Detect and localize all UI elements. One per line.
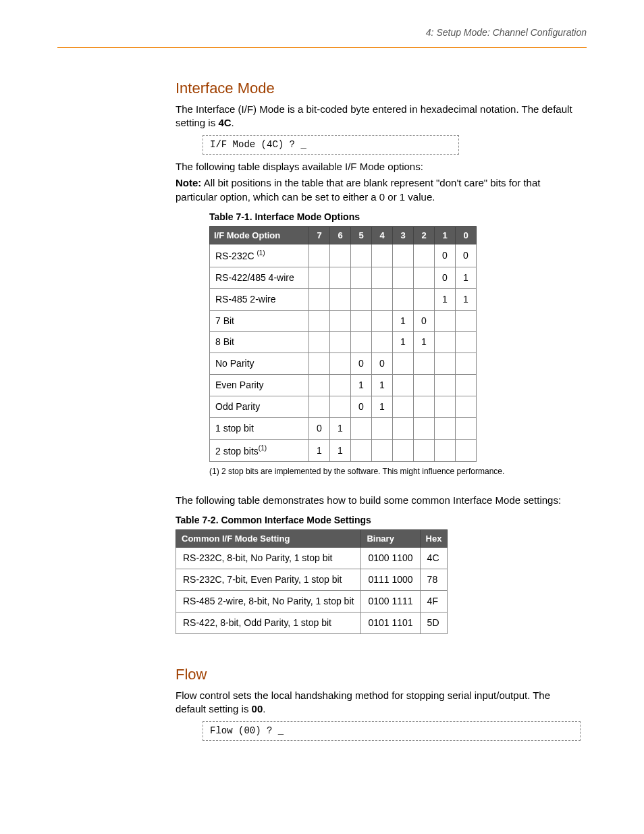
table-row: Odd Parity01 — [210, 396, 477, 418]
header-rule — [57, 47, 587, 48]
table2-header-row: Common I/F Mode Setting Binary Hex — [176, 529, 448, 548]
cell: 4C — [420, 548, 448, 569]
bit-cell — [456, 375, 477, 396]
page-header-right: 4: Setup Mode: Channel Configuration — [426, 27, 587, 38]
bit-cell — [351, 288, 372, 310]
table1-footnote: (1) 2 stop bits are implemented by the s… — [209, 466, 581, 477]
if-mode-table-intro: The following table displays available I… — [176, 160, 581, 174]
table-row: RS-232C (1)00 — [210, 244, 477, 267]
table1-h3: 5 — [351, 226, 372, 244]
table2-h0: Common I/F Mode Setting — [176, 529, 361, 548]
bit-cell: 0 — [351, 353, 372, 375]
bit-cell — [351, 418, 372, 440]
table1-h7: 1 — [435, 226, 456, 244]
bit-cell: 1 — [309, 439, 330, 462]
bit-cell — [393, 396, 414, 418]
bit-cell: 1 — [330, 439, 351, 462]
code-box-flow: Flow (00) ? _ — [203, 721, 581, 741]
table1-h0: I/F Mode Option — [210, 226, 309, 244]
bit-cell — [456, 310, 477, 332]
bit-cell — [309, 396, 330, 418]
bit-cell: 1 — [393, 310, 414, 332]
cell: 5D — [420, 613, 448, 634]
row-label: 1 stop bit — [210, 418, 309, 440]
bit-cell: 1 — [456, 288, 477, 310]
table1-header-row: I/F Mode Option 7 6 5 4 3 2 1 0 — [210, 226, 477, 244]
flow-default-value: 00 — [252, 703, 263, 714]
table2-h2: Hex — [420, 529, 448, 548]
bit-cell — [435, 396, 456, 418]
table1-h1: 7 — [309, 226, 330, 244]
cell: 0111 1000 — [361, 569, 420, 591]
bit-cell — [372, 288, 393, 310]
heading-flow: Flow — [176, 664, 581, 685]
bit-cell — [330, 375, 351, 396]
bit-cell — [330, 267, 351, 288]
cell: RS-485 2-wire, 8-bit, No Parity, 1 stop … — [176, 591, 361, 613]
table-row: RS-422/485 4-wire01 — [210, 267, 477, 288]
cell: RS-232C, 8-bit, No Parity, 1 stop bit — [176, 548, 361, 569]
if-mode-note: Note: All bit positions in the table tha… — [176, 176, 581, 204]
table1-h2: 6 — [330, 226, 351, 244]
common-settings-intro: The following table demonstrates how to … — [176, 494, 581, 507]
bit-cell — [393, 267, 414, 288]
cell: RS-232C, 7-bit, Even Parity, 1 stop bit — [176, 569, 361, 591]
bit-cell: 1 — [435, 288, 456, 310]
table-row: RS-232C, 7-bit, Even Parity, 1 stop bit0… — [176, 569, 448, 591]
table-row: Even Parity11 — [210, 375, 477, 396]
if-mode-options-table: I/F Mode Option 7 6 5 4 3 2 1 0 RS-232C … — [209, 226, 477, 463]
row-label: 8 Bit — [210, 332, 309, 353]
row-label: Odd Parity — [210, 396, 309, 418]
bit-cell: 1 — [372, 375, 393, 396]
table1-h5: 3 — [393, 226, 414, 244]
bit-cell — [435, 375, 456, 396]
bit-cell — [351, 332, 372, 353]
bit-cell — [309, 267, 330, 288]
table-row: No Parity00 — [210, 353, 477, 375]
bit-cell — [456, 418, 477, 440]
bit-cell — [372, 332, 393, 353]
bit-cell — [414, 396, 435, 418]
code-box-if-mode: I/F Mode (4C) ? _ — [203, 135, 459, 155]
table1-h8: 0 — [456, 226, 477, 244]
bit-cell — [414, 267, 435, 288]
cell: 0101 1101 — [361, 613, 420, 634]
interface-mode-intro: The Interface (I/F) Mode is a bit-coded … — [176, 103, 581, 130]
row-label: RS-232C (1) — [210, 244, 309, 267]
table1-h6: 2 — [414, 226, 435, 244]
bit-cell — [435, 310, 456, 332]
note-label: Note: — [176, 177, 201, 188]
table-row: 2 stop bits(1)11 — [210, 439, 477, 462]
bit-cell: 1 — [351, 375, 372, 396]
cell: RS-422, 8-bit, Odd Parity, 1 stop bit — [176, 613, 361, 634]
intro-default-value: 4C — [218, 117, 231, 128]
bit-cell — [435, 332, 456, 353]
row-label: RS-485 2-wire — [210, 288, 309, 310]
bit-cell — [330, 310, 351, 332]
bit-cell — [414, 353, 435, 375]
row-label: 2 stop bits(1) — [210, 439, 309, 462]
bit-cell: 0 — [414, 310, 435, 332]
row-label: No Parity — [210, 353, 309, 375]
table-row: 8 Bit11 — [210, 332, 477, 353]
row-label: Even Parity — [210, 375, 309, 396]
bit-cell — [393, 244, 414, 267]
bit-cell — [351, 267, 372, 288]
flow-text-b: . — [263, 703, 265, 714]
bit-cell — [309, 310, 330, 332]
bit-cell — [435, 418, 456, 440]
cell: 78 — [420, 569, 448, 591]
table-row: RS-485 2-wire11 — [210, 288, 477, 310]
bit-cell — [330, 332, 351, 353]
bit-cell — [435, 353, 456, 375]
bit-cell: 1 — [330, 418, 351, 440]
bit-cell — [372, 439, 393, 462]
bit-cell — [372, 267, 393, 288]
bit-cell — [456, 396, 477, 418]
bit-cell — [435, 439, 456, 462]
flow-text-a: Flow control sets the local handshaking … — [176, 689, 550, 714]
table2-h1: Binary — [361, 529, 420, 548]
bit-cell — [330, 244, 351, 267]
bit-cell — [351, 310, 372, 332]
bit-cell — [393, 375, 414, 396]
